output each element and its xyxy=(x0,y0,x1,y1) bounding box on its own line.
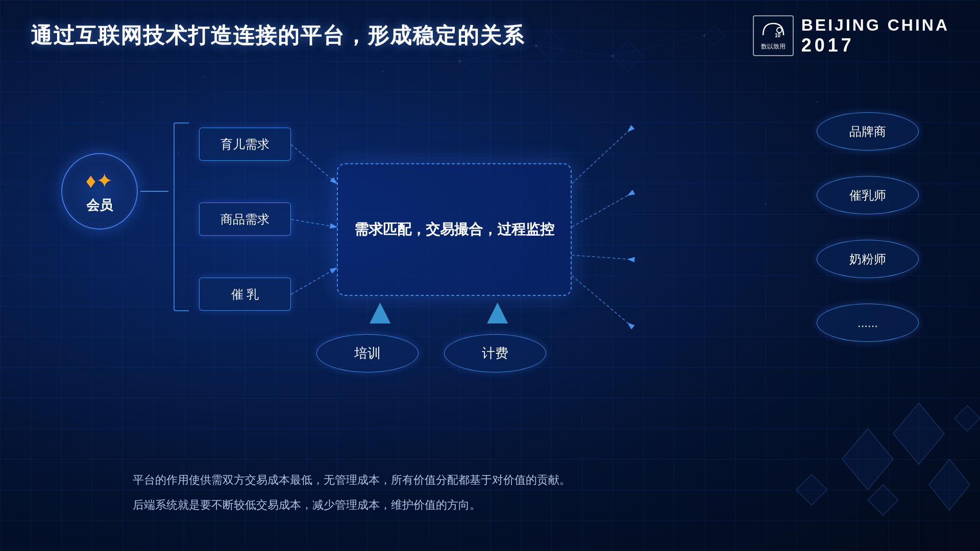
right-ellipse-formula: 奶粉师 xyxy=(817,240,919,278)
right-ellipse-lactation: 催乳师 xyxy=(817,176,919,214)
svg-line-34 xyxy=(572,195,628,227)
bracket xyxy=(174,122,189,311)
svg-marker-8 xyxy=(929,459,970,510)
logo-area: 10 数以致用 BEIJING CHINA 2017 xyxy=(753,15,949,56)
right-ellipse-more: ...... xyxy=(817,304,919,342)
logo-icon: 10 xyxy=(761,21,786,41)
member-circle: ♦✦ 会员 xyxy=(61,153,138,230)
svg-point-25 xyxy=(777,28,782,33)
logo-year: 2017 xyxy=(801,35,949,56)
svg-marker-11 xyxy=(954,406,980,431)
logo-right: BEIJING CHINA 2017 xyxy=(801,16,949,56)
description-area: 平台的作用使供需双方交易成本最低，无管理成本，所有价值分配都基于对价值的贡献。 … xyxy=(133,470,878,520)
member-label: 会员 xyxy=(86,196,113,214)
svg-text:10: 10 xyxy=(775,33,781,38)
desc-line-2: 后端系统就是要不断较低交易成本，减少管理成本，维护价值的方向。 xyxy=(133,495,878,515)
desc-line-1: 平台的作用使供需双方交易成本最低，无管理成本，所有价值分配都基于对价值的贡献。 xyxy=(133,470,878,490)
logo-beijing-china: BEIJING CHINA xyxy=(801,16,949,35)
svg-line-35 xyxy=(572,255,628,259)
svg-point-19 xyxy=(458,60,461,63)
page-title: 通过互联网技术打造连接的平台，形成稳定的关系 xyxy=(31,21,525,50)
svg-line-33 xyxy=(572,132,628,184)
need-box-2: 商品需求 xyxy=(199,203,291,236)
up-arrow-1: ▲ xyxy=(362,293,398,329)
bottom-ellipse-billing: 计费 xyxy=(444,334,546,372)
header: 通过互联网技术打造连接的平台，形成稳定的关系 10 数以致用 BEIJING C… xyxy=(31,15,949,56)
center-box: 需求匹配，交易撮合，过程监控 xyxy=(337,163,572,296)
svg-line-30 xyxy=(291,144,337,184)
need-box-3: 催 乳 xyxy=(199,278,291,311)
svg-line-36 xyxy=(572,276,628,323)
svg-line-31 xyxy=(291,219,337,227)
up-arrow-2: ▲ xyxy=(480,293,515,329)
main-diagram: ♦✦ 会员 育儿需求 商品需求 催 乳 需求匹配，交易撮合，过程监控 ▲ ▲ 培… xyxy=(31,71,949,429)
right-ellipse-brand: 品牌商 xyxy=(817,112,919,151)
logo-cn-text: 数以致用 xyxy=(761,42,786,51)
diamond-icon: ♦✦ xyxy=(86,169,113,192)
logo-box: 10 数以致用 xyxy=(753,15,794,56)
need-box-1: 育儿需求 xyxy=(199,128,291,161)
center-box-text: 需求匹配，交易撮合，过程监控 xyxy=(354,218,554,241)
svg-line-32 xyxy=(291,268,337,294)
bottom-ellipse-training: 培训 xyxy=(316,334,419,372)
